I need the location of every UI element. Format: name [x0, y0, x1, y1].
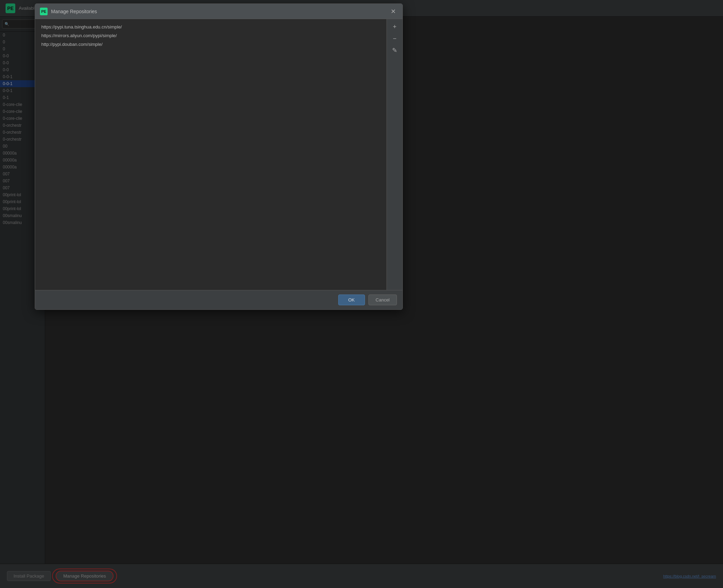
- ok-button[interactable]: OK: [338, 295, 365, 305]
- dialog-body: https://pypi.tuna.tsinghua.edu.cn/simple…: [35, 19, 402, 290]
- manage-repositories-dialog: PE Manage Repositories ✕ https://pypi.tu…: [35, 3, 403, 310]
- dialog-footer: OK Cancel: [35, 290, 402, 309]
- repository-item[interactable]: https://pypi.tuna.tsinghua.edu.cn/simple…: [40, 23, 382, 31]
- dialog-title: Manage Repositories: [51, 9, 389, 14]
- dialog-icon: PE: [40, 8, 48, 15]
- add-repository-button[interactable]: +: [390, 22, 400, 32]
- repository-list: https://pypi.tuna.tsinghua.edu.cn/simple…: [35, 19, 387, 290]
- app-window: PE Available Packages 🔍 0000-00-00-00-0-…: [0, 0, 723, 588]
- repository-item[interactable]: http://pypi.douban.com/simple/: [40, 40, 382, 49]
- modal-overlay: PE Manage Repositories ✕ https://pypi.tu…: [0, 0, 723, 588]
- dialog-titlebar: PE Manage Repositories ✕: [35, 4, 402, 19]
- remove-repository-button[interactable]: −: [390, 34, 400, 43]
- cancel-button[interactable]: Cancel: [368, 295, 397, 305]
- repository-item[interactable]: https://mirrors.aliyun.com/pypi/simple/: [40, 31, 382, 40]
- repo-actions: + − ✎: [387, 19, 402, 290]
- dialog-close-button[interactable]: ✕: [389, 7, 398, 16]
- edit-repository-button[interactable]: ✎: [390, 45, 400, 55]
